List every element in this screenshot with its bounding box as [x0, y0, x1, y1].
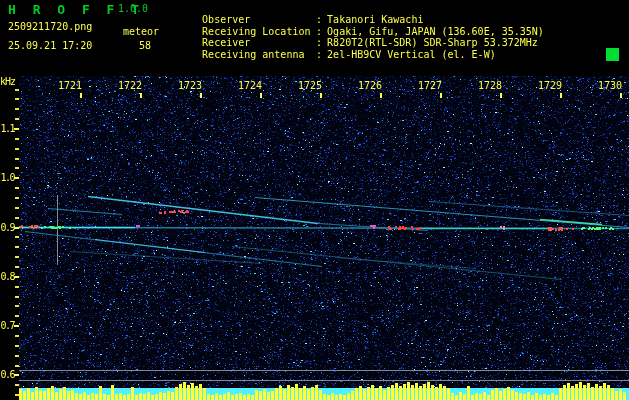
y-minor-tick-mark — [15, 138, 19, 140]
x-tick-label: 1722 — [117, 80, 143, 91]
y-tick-mark — [14, 325, 19, 327]
y-minor-tick-mark — [15, 197, 19, 199]
y-minor-tick-mark — [15, 335, 19, 337]
x-tick-mark — [620, 93, 622, 98]
app-version: 1.0.0 — [118, 3, 148, 14]
x-tick-mark — [320, 93, 322, 98]
y-minor-tick-mark — [15, 345, 19, 347]
y-minor-tick-mark — [15, 167, 19, 169]
y-minor-tick-mark — [15, 246, 19, 248]
y-minor-tick-mark — [15, 296, 19, 298]
y-minor-tick-mark — [15, 355, 19, 357]
echo-count: 58 — [139, 40, 151, 51]
y-minor-tick-mark — [15, 158, 19, 160]
x-tick-mark — [500, 93, 502, 98]
y-tick-mark — [14, 128, 19, 130]
x-tick-mark — [560, 93, 562, 98]
y-minor-tick-mark — [15, 394, 19, 396]
x-tick-mark — [140, 93, 142, 98]
x-tick-label: 1723 — [177, 80, 203, 91]
y-minor-tick-mark — [15, 217, 19, 219]
x-tick-label: 1724 — [237, 80, 263, 91]
info-row-antenna: Receiving antenna:2el-HB9CV Vertical (el… — [178, 38, 496, 71]
status-indicator-square — [606, 48, 619, 61]
y-minor-tick-mark — [15, 108, 19, 110]
output-filename: 2509211720.png — [8, 21, 92, 32]
y-tick-mark — [14, 276, 19, 278]
x-tick-mark — [200, 93, 202, 98]
y-minor-tick-mark — [15, 207, 19, 209]
info-label: Receiving antenna — [202, 49, 316, 60]
y-tick-mark — [14, 374, 19, 376]
y-minor-tick-mark — [15, 118, 19, 120]
x-tick-label: 1730 — [597, 80, 623, 91]
y-minor-tick-mark — [15, 305, 19, 307]
y-tick-mark — [14, 227, 19, 229]
y-minor-tick-mark — [15, 148, 19, 150]
y-tick-label: 0.6 — [0, 369, 14, 380]
y-tick-mark — [14, 177, 19, 179]
y-minor-tick-mark — [15, 89, 19, 91]
hrofft-screen: H R O F F T 1.0.0 2509211720.png meteor … — [0, 0, 629, 400]
y-tick-label: 1.1 — [0, 123, 14, 134]
observation-datetime: 25.09.21 17:20 — [8, 40, 92, 51]
x-tick-mark — [260, 93, 262, 98]
y-minor-tick-mark — [15, 187, 19, 189]
y-minor-tick-mark — [15, 236, 19, 238]
y-tick-label: 1.0 — [0, 172, 14, 183]
y-minor-tick-mark — [15, 98, 19, 100]
y-tick-label: 0.7 — [0, 320, 14, 331]
y-tick-label: 0.8 — [0, 271, 14, 282]
y-tick-label: 0.9 — [0, 222, 14, 233]
info-value: 2el-HB9CV Vertical (el. E-W) — [327, 49, 496, 60]
y-minor-tick-mark — [15, 266, 19, 268]
y-minor-tick-mark — [15, 256, 19, 258]
info-separator: : — [316, 49, 327, 60]
x-tick-label: 1721 — [57, 80, 83, 91]
y-axis-unit: kHz — [0, 76, 15, 87]
y-minor-tick-mark — [15, 315, 19, 317]
y-minor-tick-mark — [15, 365, 19, 367]
x-tick-label: 1728 — [477, 80, 503, 91]
x-tick-label: 1726 — [357, 80, 383, 91]
y-minor-tick-mark — [15, 384, 19, 386]
x-tick-mark — [80, 93, 82, 98]
x-tick-label: 1725 — [297, 80, 323, 91]
y-minor-tick-mark — [15, 286, 19, 288]
mode-label: meteor — [123, 26, 159, 37]
x-tick-label: 1727 — [417, 80, 443, 91]
x-tick-mark — [440, 93, 442, 98]
x-tick-mark — [380, 93, 382, 98]
x-tick-label: 1729 — [537, 80, 563, 91]
